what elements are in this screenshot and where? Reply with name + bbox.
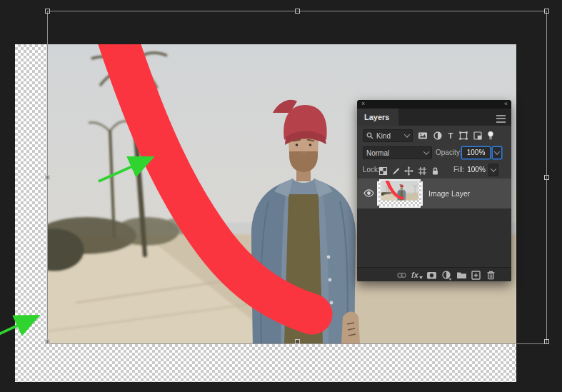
- transform-handle-top-left[interactable]: [45, 9, 50, 14]
- lock-icon: [431, 166, 440, 176]
- shape-layer-filter-button[interactable]: [458, 130, 469, 141]
- layer-thumbnail[interactable]: [377, 179, 423, 208]
- chevron-down-icon: [491, 166, 496, 171]
- add-layer-mask-button[interactable]: [426, 269, 437, 281]
- layer-row-image-layer[interactable]: Image Layer: [357, 179, 511, 208]
- image-filter-icon: [418, 131, 428, 141]
- move-icon: [404, 166, 413, 176]
- transform-handle-top-right[interactable]: [544, 9, 549, 14]
- panel-footer: fx: [357, 267, 511, 281]
- adjustment-filter-icon: [433, 131, 443, 141]
- blend-mode-value: Normal: [366, 149, 389, 157]
- lock-transparency-icon: [378, 166, 388, 176]
- close-icon[interactable]: ×: [361, 100, 365, 108]
- fill-dropdown-button[interactable]: [488, 164, 498, 176]
- new-layer-icon: [471, 270, 481, 281]
- chevron-down-icon: [419, 276, 423, 279]
- kind-filter-dropdown[interactable]: Kind: [363, 129, 413, 142]
- lock-image-pixels-button[interactable]: [390, 165, 401, 176]
- transform-handle-bottom-right[interactable]: [544, 339, 549, 344]
- search-icon: [366, 132, 373, 139]
- thumbnail-corner: [421, 179, 423, 181]
- delete-layer-button[interactable]: [485, 269, 496, 281]
- new-adjustment-layer-button[interactable]: [441, 269, 452, 281]
- shape-filter-icon: [458, 131, 468, 141]
- fill-input[interactable]: 100%: [466, 164, 487, 176]
- opacity-dropdown-button[interactable]: [492, 146, 502, 159]
- type-layer-filter-button[interactable]: T: [445, 130, 456, 141]
- lock-all-button[interactable]: [429, 165, 441, 176]
- folder-icon: [456, 270, 467, 281]
- transform-handle-bottom-left[interactable]: [45, 339, 50, 344]
- transform-handle-top-middle[interactable]: [295, 9, 300, 14]
- lock-artboard-nesting-button[interactable]: [416, 165, 428, 176]
- lock-transparency-button[interactable]: [377, 165, 388, 176]
- artboard-icon: [418, 166, 427, 176]
- filter-toggle-icon: [486, 131, 496, 141]
- layer-mask-icon: [426, 270, 437, 281]
- new-group-button[interactable]: [456, 269, 467, 281]
- new-layer-button[interactable]: [470, 269, 481, 281]
- svg-text:T: T: [448, 131, 453, 140]
- chevron-down-icon: [423, 149, 429, 154]
- panel-menu-icon[interactable]: [496, 115, 506, 123]
- fill-label: Fill:: [453, 161, 465, 179]
- layer-list: Image Layer: [357, 179, 511, 267]
- pixel-layer-filter-button[interactable]: [417, 130, 428, 141]
- brush-icon: [391, 166, 401, 176]
- lock-position-button[interactable]: [403, 165, 414, 176]
- collapse-panel-icon[interactable]: «: [504, 100, 507, 108]
- filter-toggle-switch[interactable]: [485, 130, 496, 141]
- type-filter-icon: T: [446, 131, 456, 141]
- adjustment-layer-filter-button[interactable]: [432, 130, 443, 141]
- transform-handle-middle-left[interactable]: [45, 175, 50, 180]
- lock-row: Lock:: [357, 161, 511, 179]
- blend-row: Normal Opacity: 100%: [357, 144, 511, 161]
- tab-layers[interactable]: Layers: [357, 109, 398, 126]
- opacity-label: Opacity:: [436, 144, 462, 161]
- chevron-down-icon: [494, 149, 500, 154]
- layers-panel: × « Layers Kind: [357, 100, 511, 281]
- chevron-down-icon: [404, 131, 410, 137]
- layer-styles-button[interactable]: fx: [411, 269, 423, 281]
- layer-name: Image Layer: [428, 179, 470, 208]
- kind-filter-label: Kind: [376, 132, 391, 140]
- blend-mode-dropdown[interactable]: Normal: [363, 146, 432, 159]
- transform-handle-middle-right[interactable]: [544, 175, 549, 180]
- trash-icon: [486, 270, 496, 281]
- opacity-input[interactable]: 100%: [461, 146, 491, 159]
- link-layers-button[interactable]: [396, 269, 407, 281]
- adjustment-icon: [441, 270, 452, 281]
- panel-title-strip: × «: [357, 100, 511, 109]
- smart-object-filter-icon: [473, 131, 483, 141]
- transform-handle-bottom-middle[interactable]: [295, 339, 300, 344]
- thumbnail-corner: [421, 206, 423, 208]
- filter-row: Kind T: [357, 127, 511, 144]
- thumbnail-corner: [376, 179, 379, 181]
- panel-tab-bar: Layers: [357, 109, 511, 126]
- fx-icon: fx: [411, 269, 418, 281]
- thumbnail-corner: [376, 206, 379, 208]
- smart-object-filter-button[interactable]: [472, 130, 483, 141]
- link-icon: [396, 270, 407, 281]
- layer-visibility-eye-icon[interactable]: [363, 189, 374, 198]
